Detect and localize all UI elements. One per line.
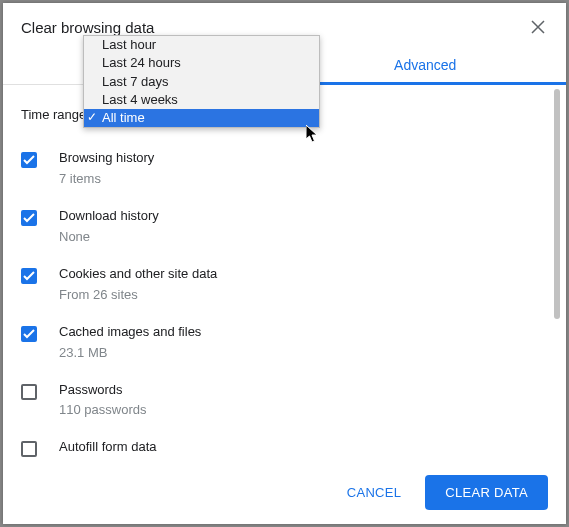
- dropdown-option-label: Last 24 hours: [102, 55, 181, 70]
- check-icon: [23, 213, 35, 223]
- data-type-item: Passwords110 passwords: [21, 374, 534, 432]
- tab-advanced[interactable]: Advanced: [285, 45, 567, 84]
- cancel-button[interactable]: CANCEL: [333, 477, 416, 508]
- dropdown-option[interactable]: Last 24 hours: [84, 54, 319, 72]
- dropdown-option-label: All time: [102, 110, 145, 125]
- tab-label: Advanced: [394, 57, 456, 73]
- item-title: Passwords: [59, 382, 534, 399]
- dialog-title: Clear browsing data: [21, 19, 154, 36]
- data-type-item: Cookies and other site dataFrom 26 sites: [21, 258, 534, 316]
- check-icon: [23, 155, 35, 165]
- item-text: Cookies and other site dataFrom 26 sites: [59, 266, 534, 302]
- data-type-item: Download historyNone: [21, 200, 534, 258]
- dialog-footer: CANCEL CLEAR DATA: [3, 461, 566, 524]
- data-type-list: Browsing history7 itemsDownload historyN…: [21, 142, 534, 461]
- data-type-item: Cached images and files23.1 MB: [21, 316, 534, 374]
- data-type-item: Autofill form data: [21, 431, 534, 461]
- scroll-thumb[interactable]: [554, 89, 560, 319]
- item-subtitle: 7 items: [59, 171, 534, 186]
- item-title: Download history: [59, 208, 534, 225]
- data-type-item: Browsing history7 items: [21, 142, 534, 200]
- content-wrap: Time range Browsing history7 itemsDownlo…: [3, 85, 566, 461]
- item-subtitle: 23.1 MB: [59, 345, 534, 360]
- check-icon: [23, 329, 35, 339]
- close-button[interactable]: [528, 17, 548, 37]
- checkbox[interactable]: [21, 326, 37, 342]
- scrollbar[interactable]: [552, 85, 566, 461]
- time-range-dropdown[interactable]: Last hourLast 24 hoursLast 7 daysLast 4 …: [83, 35, 320, 128]
- check-icon: [23, 271, 35, 281]
- dropdown-option[interactable]: Last 7 days: [84, 73, 319, 91]
- checkbox[interactable]: [21, 268, 37, 284]
- item-text: Autofill form data: [59, 439, 534, 456]
- checkbox[interactable]: [21, 384, 37, 400]
- clear-data-button[interactable]: CLEAR DATA: [425, 475, 548, 510]
- dropdown-option[interactable]: Last 4 weeks: [84, 91, 319, 109]
- dropdown-option[interactable]: ✓All time: [84, 109, 319, 127]
- item-title: Cached images and files: [59, 324, 534, 341]
- dropdown-option-label: Last hour: [102, 37, 156, 52]
- item-subtitle: 110 passwords: [59, 402, 534, 417]
- check-icon: ✓: [87, 111, 97, 124]
- item-subtitle: None: [59, 229, 534, 244]
- checkbox[interactable]: [21, 210, 37, 226]
- item-text: Cached images and files23.1 MB: [59, 324, 534, 360]
- dropdown-option[interactable]: Last hour: [84, 36, 319, 54]
- dropdown-option-label: Last 4 weeks: [102, 92, 178, 107]
- checkbox[interactable]: [21, 152, 37, 168]
- dialog-content: Time range Browsing history7 itemsDownlo…: [3, 85, 552, 461]
- checkbox[interactable]: [21, 441, 37, 457]
- item-text: Download historyNone: [59, 208, 534, 244]
- dropdown-option-label: Last 7 days: [102, 74, 169, 89]
- close-icon: [531, 20, 545, 34]
- item-text: Browsing history7 items: [59, 150, 534, 186]
- item-title: Cookies and other site data: [59, 266, 534, 283]
- item-title: Autofill form data: [59, 439, 534, 456]
- item-title: Browsing history: [59, 150, 534, 167]
- item-subtitle: From 26 sites: [59, 287, 534, 302]
- time-range-label: Time range: [21, 107, 86, 122]
- item-text: Passwords110 passwords: [59, 382, 534, 418]
